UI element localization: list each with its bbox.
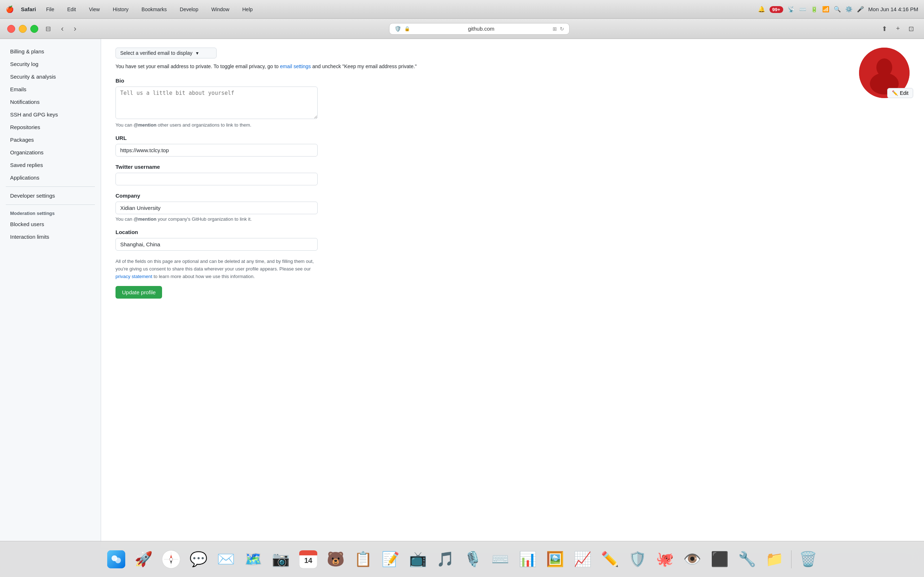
dock-item-maps[interactable]: 🗺️ <box>241 547 266 572</box>
sidebar-section-main: Billing & plans Security log Security & … <box>0 45 101 184</box>
privacy-statement-link[interactable]: privacy statement <box>115 274 152 279</box>
dock-item-terminal[interactable]: ⬛ <box>708 547 732 572</box>
datetime: Mon Jun 14 4:16 PM <box>868 6 918 12</box>
maximize-button[interactable] <box>30 25 38 33</box>
dock-item-finder[interactable] <box>104 547 129 572</box>
menu-view[interactable]: View <box>86 5 102 14</box>
dock-item-messages[interactable]: 💬 <box>186 547 211 572</box>
sidebar-item-saved-replies[interactable]: Saved replies <box>3 159 98 171</box>
menu-help[interactable]: Help <box>239 5 255 14</box>
update-profile-button[interactable]: Update profile <box>115 286 162 298</box>
menu-bookmarks[interactable]: Bookmarks <box>139 5 170 14</box>
menu-window[interactable]: Window <box>208 5 232 14</box>
search-icon[interactable]: 🔍 <box>834 6 841 13</box>
main-content-area: Select a verified email to display ▾ You… <box>101 39 852 548</box>
bio-hint: You can @mention other users and organiz… <box>115 122 837 128</box>
sidebar-item-applications[interactable]: Applications <box>3 172 98 184</box>
url-input[interactable] <box>115 144 318 156</box>
settings-sidebar: Billing & plans Security log Security & … <box>0 39 101 548</box>
nav-back-button[interactable]: ‹ <box>58 23 66 35</box>
bio-form-group: Bio You can @mention other users and org… <box>115 77 837 128</box>
dock-item-preview[interactable]: 🖼️ <box>543 547 567 572</box>
siri-icon[interactable]: 🎤 <box>857 6 864 13</box>
dock-item-klack[interactable]: ⌨️ <box>488 547 512 572</box>
dock-item-finder2[interactable]: 📁 <box>762 547 787 572</box>
close-button[interactable] <box>7 25 15 33</box>
menu-edit[interactable]: Edit <box>64 5 79 14</box>
svg-text:14: 14 <box>304 556 312 564</box>
email-select-dropdown[interactable]: Select a verified email to display ▾ <box>115 48 216 58</box>
reader-icon[interactable]: ⊞ <box>552 26 557 32</box>
nav-forward-button[interactable]: › <box>71 23 79 35</box>
dock-item-setapp[interactable]: 🛡️ <box>625 547 650 572</box>
dock-item-keynote[interactable]: 📈 <box>570 547 595 572</box>
twitter-input[interactable] <box>115 173 318 185</box>
dock-item-reminders[interactable]: 📋 <box>351 547 375 572</box>
company-form-group: Company You can @mention your company's … <box>115 193 837 222</box>
control-center-icon[interactable]: ⚙️ <box>845 6 853 13</box>
new-tab-button[interactable]: + <box>893 23 903 34</box>
url-label: URL <box>115 135 837 141</box>
minimize-button[interactable] <box>19 25 27 33</box>
airdrop-icon[interactable]: 📡 <box>788 6 795 13</box>
location-label: Location <box>115 229 837 235</box>
dock-item-launchpad[interactable]: 🚀 <box>131 547 156 572</box>
sidebar-item-organizations[interactable]: Organizations <box>3 147 98 158</box>
svg-point-6 <box>115 558 121 563</box>
sidebar-item-billing[interactable]: Billing & plans <box>3 45 98 57</box>
reload-icon[interactable]: ↻ <box>560 26 564 32</box>
dock-item-stickies[interactable]: 📝 <box>378 547 403 572</box>
edit-profile-photo-button[interactable]: ✏️ Edit <box>887 88 913 98</box>
dock-item-tv[interactable]: 📺 <box>406 547 430 572</box>
menu-bar: 🍎 Safari File Edit View History Bookmark… <box>0 0 924 19</box>
dock-item-preview2[interactable]: 👁️ <box>680 547 704 572</box>
location-input[interactable] <box>115 238 318 251</box>
sidebar-item-emails[interactable]: Emails <box>3 83 98 95</box>
dock-item-photos[interactable]: 📷 <box>268 547 293 572</box>
dock-item-podcasts[interactable]: 🎙️ <box>460 547 485 572</box>
dock-item-bear[interactable]: 🐻 <box>323 547 348 572</box>
sidebar-item-blocked-users[interactable]: Blocked users <box>3 218 98 230</box>
dock-item-numbers[interactable]: 📊 <box>515 547 540 572</box>
menu-file[interactable]: File <box>43 5 57 14</box>
sidebar-item-developer-settings[interactable]: Developer settings <box>3 190 98 201</box>
tabs-button[interactable]: ⊡ <box>906 23 917 34</box>
keyboard-icon[interactable]: ⌨️ <box>799 6 806 13</box>
company-input[interactable] <box>115 201 318 214</box>
share-button[interactable]: ⬆ <box>879 23 890 34</box>
sidebar-item-ssh-gpg[interactable]: SSH and GPG keys <box>3 108 98 121</box>
address-bar[interactable]: 🛡️ 🔒 github.com ⊞ ↻ <box>389 23 570 35</box>
sidebar-item-security-log[interactable]: Security log <box>3 58 98 70</box>
svg-point-13 <box>170 558 173 561</box>
menu-develop[interactable]: Develop <box>177 5 201 14</box>
email-select-group: Select a verified email to display ▾ You… <box>115 48 837 70</box>
sidebar-item-repositories[interactable]: Repositories <box>3 121 98 133</box>
avatar-container: ✏️ Edit <box>859 48 909 98</box>
dock-item-music[interactable]: 🎵 <box>433 547 458 572</box>
email-settings-link[interactable]: email settings <box>280 63 311 69</box>
sidebar-item-notifications[interactable]: Notifications <box>3 96 98 108</box>
dock-item-pages[interactable]: ✏️ <box>598 547 622 572</box>
bio-textarea[interactable] <box>115 87 318 119</box>
dock-item-calendar[interactable]: 14 <box>296 547 320 572</box>
twitter-form-group: Twitter username <box>115 164 837 185</box>
sidebar-item-packages[interactable]: Packages <box>3 134 98 146</box>
notification-icon[interactable]: 🔔 <box>758 6 765 13</box>
wifi-icon[interactable]: 📶 <box>822 6 829 13</box>
sidebar-item-security-analysis[interactable]: Security & analysis <box>3 71 98 82</box>
app-name[interactable]: Safari <box>21 6 36 12</box>
sidebar-section-developer: Developer settings <box>0 190 101 201</box>
dock-item-trash[interactable]: 🗑️ <box>796 547 821 572</box>
dock-item-mail[interactable]: ✉️ <box>214 547 238 572</box>
dock-item-safari[interactable] <box>159 547 183 572</box>
traffic-lights <box>7 25 38 33</box>
consent-text: All of the fields on this page are optio… <box>115 258 318 280</box>
battery-icon: 🔋 <box>811 6 818 13</box>
dock-item-github[interactable]: 🐙 <box>653 547 677 572</box>
dock-item-tools[interactable]: 🔧 <box>735 547 759 572</box>
sidebar-item-interaction-limits[interactable]: Interaction limits <box>3 231 98 243</box>
svg-rect-16 <box>299 553 317 555</box>
apple-menu[interactable]: 🍎 <box>6 5 14 13</box>
menu-history[interactable]: History <box>110 5 131 14</box>
sidebar-toggle-button[interactable]: ⊟ <box>43 23 54 34</box>
